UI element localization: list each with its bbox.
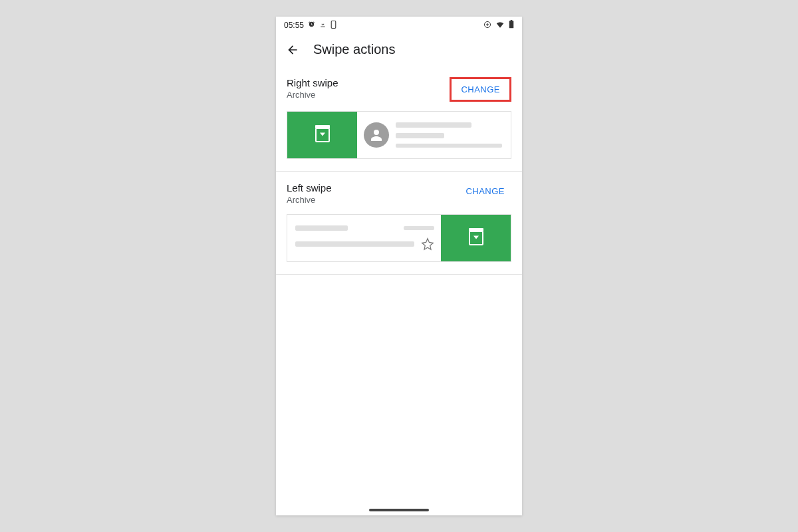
status-right [483, 20, 514, 31]
navigation-pill[interactable] [369, 509, 429, 511]
change-highlight: CHANGE [450, 77, 511, 102]
left-action-slab [441, 215, 511, 261]
back-button[interactable] [285, 43, 300, 57]
title-bar: Swipe actions [276, 34, 522, 66]
right-swipe-section: Right swipe Archive CHANGE [276, 66, 522, 172]
battery-icon [509, 20, 514, 31]
skeleton-line [295, 225, 348, 231]
svg-rect-0 [331, 21, 336, 28]
phone-frame: 05:55 Swipe acti [276, 17, 522, 515]
status-left: 05:55 [284, 21, 336, 31]
archive-icon [469, 231, 483, 245]
data-saver-icon [483, 21, 491, 31]
archive-icon [315, 128, 330, 142]
status-bar: 05:55 [276, 17, 522, 34]
left-swipe-title: Left swipe [287, 182, 332, 194]
preview-content [287, 215, 441, 261]
skeleton-line [295, 241, 414, 247]
skeleton-line [396, 144, 502, 148]
right-swipe-change-button[interactable]: CHANGE [454, 80, 507, 98]
left-swipe-subtitle: Archive [287, 195, 332, 205]
skeleton-lines [295, 225, 434, 251]
page-title: Swipe actions [313, 42, 395, 57]
alarm-icon [308, 21, 315, 30]
status-time: 05:55 [284, 21, 304, 30]
skeleton-line [396, 133, 444, 138]
skeleton-line [396, 122, 471, 128]
section-header: Left swipe Archive CHANGE [287, 182, 511, 205]
left-swipe-section: Left swipe Archive CHANGE [276, 172, 522, 275]
preview-content [357, 112, 511, 158]
section-header: Right swipe Archive CHANGE [287, 77, 511, 102]
left-swipe-change-button[interactable]: CHANGE [459, 182, 511, 200]
right-action-slab [287, 112, 357, 158]
left-swipe-preview [287, 214, 511, 262]
phone-status-icon [331, 21, 336, 31]
right-swipe-subtitle: Archive [287, 90, 338, 100]
skeleton-lines [396, 122, 504, 148]
avatar-icon [364, 122, 389, 148]
right-swipe-title: Right swipe [287, 77, 338, 88]
svg-rect-2 [509, 21, 514, 28]
svg-rect-3 [511, 20, 513, 21]
skeleton-line [404, 226, 434, 230]
star-icon [421, 237, 434, 251]
wifi-icon [495, 21, 505, 31]
right-swipe-preview [287, 111, 511, 159]
download-icon [319, 21, 327, 30]
